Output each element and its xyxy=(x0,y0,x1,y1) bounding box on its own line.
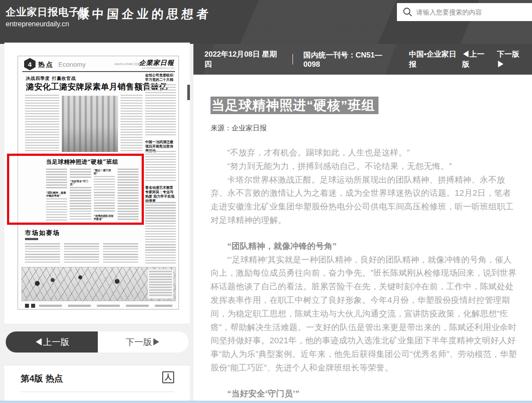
plant-photo xyxy=(62,96,118,152)
article-paragraph: “不放弃，才有机会。踢球如此，人生也是这样。” xyxy=(211,146,518,160)
footer-text-placeholder xyxy=(39,305,172,307)
page-thumbnail-panel: 4 热点 Economy 2022年12月08日 星期四 企業家日報 ENTRE… xyxy=(4,43,190,324)
highlighted-article-columns: “团队精神，就像冲锋的号角” “当好安全‘守门员’” “憋足一股子拼劲” “优秀… xyxy=(46,169,139,220)
page-nav-label[interactable]: 第4版 热点 xyxy=(21,373,63,385)
divider xyxy=(21,392,174,392)
text-column-placeholder xyxy=(118,169,139,220)
text-column-placeholder xyxy=(145,202,176,265)
footer-mark xyxy=(25,304,29,308)
article-paragraph: 卡塔尔世界杯激战正酣。足球运动所展现出的团队精神、拼搏精神、永不放弃、永不言败的… xyxy=(211,173,518,227)
right-column-headline: 著名动漫艺术教育专家郑昊：专业与热爱 助力学子实现动漫梦 xyxy=(145,185,176,203)
issue-date: 2022年12月08日 星期四 xyxy=(204,49,282,69)
text-column-placeholder xyxy=(70,169,91,178)
photo-caption-box xyxy=(148,270,173,299)
text-column-placeholder xyxy=(149,271,172,297)
masthead-title: 企業家日報 xyxy=(139,59,174,67)
search-icon xyxy=(403,7,413,18)
section-name-cn: 热点 xyxy=(38,61,54,69)
section-heading: “当好安全‘守门员’” xyxy=(211,387,518,401)
highlighted-article-box[interactable]: 当足球精神照进“硬核”班组 “团队精神，就像冲锋的号角” “当好安全‘守门员’”… xyxy=(7,154,144,225)
text-column-placeholder xyxy=(25,95,59,153)
text-column-placeholder xyxy=(103,243,138,264)
section-heading: “团队精神，就像冲锋的号角” xyxy=(211,240,518,253)
thumbnail-date: 2022年12月08日 星期四 xyxy=(114,62,143,66)
tower-workers-photo xyxy=(21,267,176,301)
market-article-headline: 市场如赛场 xyxy=(25,229,60,237)
toolbar-next-page-link[interactable]: 下一版▶ xyxy=(497,49,526,69)
article-body: “不放弃，才有机会。踢球如此，人生也是这样。” “努力到无能为力，拼搏到感动自己… xyxy=(211,146,518,403)
pdf-icon[interactable]: 人 xyxy=(162,371,174,383)
newspaper-page-thumbnail[interactable]: 4 热点 Economy 2022年12月08日 星期四 企業家日報 ENTRE… xyxy=(18,56,179,309)
toolbar-divider xyxy=(293,54,293,65)
next-page-button[interactable]: 下一版▶ xyxy=(98,331,189,353)
text-column-placeholder xyxy=(70,187,91,220)
bottom-bar xyxy=(0,401,532,403)
text-column-placeholder xyxy=(121,95,143,153)
text-column-placeholder xyxy=(64,243,99,264)
masthead-subtitle: ENTREPRENEURDAILY.CN xyxy=(139,67,174,69)
article-title: 当足球精神照进“硬核”班组 xyxy=(211,97,378,114)
toolbar-prev-page-link[interactable]: ◀上一版 xyxy=(462,49,491,69)
article-source: 来源：企业家日报 xyxy=(211,124,532,133)
paper-name: 中国•企业家日报 xyxy=(409,49,462,69)
highlighted-article: 当足球精神照进“硬核”班组 “团队精神，就像冲锋的号角” “当好安全‘守门员’”… xyxy=(46,158,139,220)
issue-toolbar: 2022年12月08日 星期四 国内统一刊号：CN51—0098 中国•企业家日… xyxy=(193,44,532,75)
page-nav-card: 第4版 热点 人 xyxy=(4,366,190,403)
text-column-placeholder xyxy=(145,84,176,136)
search-box[interactable] xyxy=(397,3,532,21)
byline-mark xyxy=(25,238,38,240)
sub-headline: “团队精神，就像冲锋的号角” xyxy=(46,191,67,197)
article-paragraph: “努力到无能为力，拼搏到感动自己。不论结果，无怨无悔。” xyxy=(211,160,518,173)
search-input[interactable] xyxy=(415,3,529,21)
page-pager: ◀上一版 下一版▶ xyxy=(6,331,189,353)
issue-number: 国内统一刊号：CN51—0098 xyxy=(303,50,396,69)
sub-headline: “憋足一股子拼劲” xyxy=(94,169,115,175)
masthead: 企業家日報 ENTREPRENEURDAILY.CN xyxy=(139,59,174,69)
page-number-badge: 4 xyxy=(24,58,36,70)
site-header: 企业家日报电子版 entrepreneurdaily.cn 做中国企业的思想者 xyxy=(0,0,532,44)
footer-mark xyxy=(31,304,35,308)
sub-headline: “当好安全‘守门员’” xyxy=(70,180,91,186)
toolbar-pager: ◀上一版 下一版▶ xyxy=(462,49,526,69)
article-paragraph: “‘足球精神’其实就是一种团队精神，良好的团队精神，就像冲锋的号角，催人向上，激… xyxy=(211,253,518,375)
prev-page-button[interactable]: ◀上一版 xyxy=(6,331,98,353)
section-name-en: Economy xyxy=(58,61,86,68)
highlighted-article-title: 当足球精神照进“硬核”班组 xyxy=(46,158,139,166)
sub-headline: “优秀的团队没有失败者” xyxy=(94,214,115,220)
text-column-placeholder xyxy=(94,176,115,213)
text-column-placeholder xyxy=(46,169,67,190)
masthead-rule xyxy=(22,71,175,72)
text-column-placeholder xyxy=(46,198,67,220)
article-pane: 当足球精神照进“硬核”班组 来源：企业家日报 “不放弃，才有机会。踢球如此，人生… xyxy=(193,75,532,403)
text-column-placeholder xyxy=(145,151,176,182)
scrollbar-thumb[interactable] xyxy=(187,85,190,100)
text-column-placeholder xyxy=(25,243,60,264)
lead-kicker: 决战四季度 打赢收官战 xyxy=(26,76,76,82)
site-slogan: 做中国企业的思想者 xyxy=(77,6,212,22)
